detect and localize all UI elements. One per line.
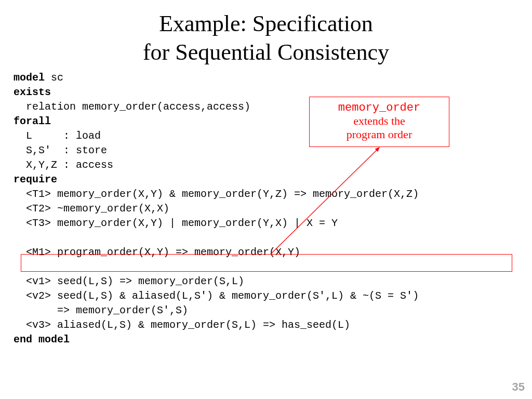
rule-m1: <M1> program_order(X,Y) => memory_order(… <box>14 246 300 258</box>
slide-title: Example: Specification for Sequential Co… <box>0 0 532 66</box>
rule-t2: <T2> ~memory_order(X,X) <box>14 203 169 215</box>
rule-v3: <v3> aliased(L,S) & memory_order(S,L) =>… <box>14 319 350 331</box>
kw-end-model: end model <box>14 334 70 345</box>
kw-forall: forall <box>14 115 51 127</box>
callout-text-line-2: extends the <box>313 114 446 128</box>
blank-line-2 <box>14 261 20 273</box>
kw-require: require <box>14 174 57 185</box>
model-name: sc <box>45 72 63 84</box>
callout-code-term: memory_order <box>313 101 446 114</box>
title-line-1: Example: Specification <box>159 11 373 36</box>
forall-access: X,Y,Z : access <box>14 159 113 171</box>
exists-body: relation memory_order(access,access) <box>14 101 250 113</box>
forall-store: S,S' : store <box>14 144 107 156</box>
page-number: 35 <box>512 380 525 394</box>
specification-code: model sc exists relation memory_order(ac… <box>0 66 532 347</box>
callout-text-line-3: program order <box>313 128 446 141</box>
rule-t3: <T3> memory_order(X,Y) | memory_order(Y,… <box>14 217 338 229</box>
blank-line-1 <box>14 232 20 244</box>
rule-v2b: => memory_order(S',S) <box>14 304 188 316</box>
rule-v1: <v1> seed(L,S) => memory_order(S,L) <box>14 275 244 287</box>
kw-model: model <box>14 72 45 84</box>
forall-load: L : load <box>14 130 101 142</box>
rule-t1: <T1> memory_order(X,Y) & memory_order(Y,… <box>14 188 419 200</box>
kw-exists: exists <box>14 86 51 98</box>
title-line-2: for Sequential Consistency <box>143 39 389 65</box>
rule-v2a: <v2> seed(L,S) & aliased(L,S') & memory_… <box>14 290 419 302</box>
annotation-callout: memory_order extends the program order <box>309 97 449 147</box>
